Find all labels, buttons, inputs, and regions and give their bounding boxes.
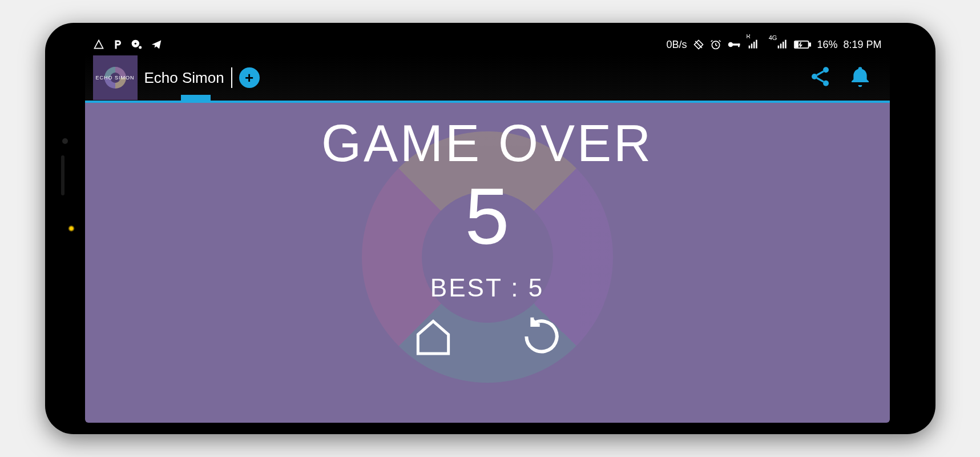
app-bar-actions — [809, 64, 882, 91]
score-value: 5 — [465, 177, 510, 256]
battery-icon — [794, 39, 811, 50]
game-buttons — [408, 314, 567, 362]
svg-point-1 — [134, 43, 136, 45]
status-bar: 0B/s R 4G — [85, 34, 890, 55]
svg-rect-8 — [748, 46, 750, 49]
data-speed-label: 0B/s — [666, 39, 687, 51]
svg-rect-7 — [738, 43, 740, 47]
add-button[interactable]: + — [239, 67, 260, 88]
app-title: Echo Simon — [144, 69, 224, 87]
network-type-label: 4G — [769, 34, 777, 46]
svg-rect-17 — [809, 43, 811, 46]
share-button[interactable] — [809, 65, 832, 90]
phone-frame: 0B/s R 4G — [45, 23, 935, 434]
svg-line-22 — [817, 71, 824, 75]
svg-point-20 — [812, 74, 817, 79]
svg-rect-11 — [756, 40, 757, 49]
app-logo-text: ECHO SIMON — [95, 75, 134, 81]
svg-rect-15 — [785, 40, 787, 49]
clock-time: 8:19 PM — [843, 39, 881, 51]
app-logo[interactable]: ECHO SIMON — [93, 55, 138, 100]
svg-point-2 — [139, 46, 142, 49]
alarm-icon — [710, 39, 721, 50]
notifications-button[interactable] — [849, 64, 872, 91]
notification-p-icon — [112, 39, 123, 50]
notification-telegram-icon — [150, 39, 163, 50]
svg-rect-10 — [753, 42, 755, 49]
svg-rect-9 — [751, 43, 752, 48]
signal-roaming-icon: R — [748, 39, 763, 50]
title-divider — [231, 67, 232, 88]
svg-rect-18 — [796, 42, 798, 47]
phone-speaker — [61, 155, 64, 195]
svg-rect-13 — [780, 43, 782, 48]
signal-4g-icon: 4G — [769, 39, 789, 50]
retry-icon — [516, 314, 567, 359]
vpn-key-icon — [727, 39, 742, 50]
retry-button[interactable] — [516, 314, 567, 362]
game-over-label: GAME OVER — [321, 114, 653, 173]
best-score-label: BEST : 5 — [430, 274, 544, 302]
svg-point-19 — [823, 67, 829, 73]
svg-line-23 — [817, 78, 824, 82]
notification-disc-icon — [131, 39, 142, 50]
status-left — [93, 39, 163, 50]
app-bar: ECHO SIMON Echo Simon + — [85, 55, 890, 101]
screen: 0B/s R 4G — [85, 34, 890, 423]
plus-icon: + — [245, 69, 253, 87]
home-button[interactable] — [408, 314, 459, 362]
home-icon — [408, 314, 459, 359]
front-camera — [62, 138, 68, 144]
roaming-label: R — [747, 34, 751, 45]
svg-rect-14 — [783, 42, 784, 49]
notification-triangle-icon — [93, 39, 104, 50]
status-right: 0B/s R 4G — [666, 39, 881, 51]
svg-rect-12 — [778, 46, 780, 49]
bell-icon — [849, 64, 872, 89]
battery-percentage: 16% — [817, 39, 837, 51]
svg-point-21 — [823, 81, 829, 86]
phone-sensor — [68, 225, 75, 232]
share-icon — [809, 65, 832, 88]
rotation-lock-icon — [693, 39, 704, 50]
game-area: GAME OVER 5 BEST : 5 — [85, 103, 890, 423]
